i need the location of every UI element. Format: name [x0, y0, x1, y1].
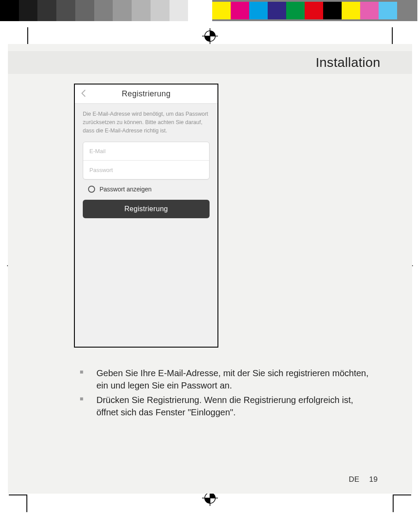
page-title: Installation	[316, 55, 380, 70]
manual-page: Installation Registrierung Die E-Mail-Ad…	[8, 44, 412, 494]
crop-mark-icon	[393, 495, 394, 512]
show-password-toggle[interactable]: Passwort anzeigen	[88, 186, 208, 193]
password-field[interactable]: Passwort	[83, 161, 209, 179]
crop-mark-icon	[392, 27, 403, 44]
back-icon[interactable]	[79, 89, 88, 98]
show-password-label: Passwort anzeigen	[99, 186, 151, 193]
app-description-text: Die E-Mail-Adresse wird benötigt, um das…	[83, 110, 210, 135]
app-topbar: Registrierung	[75, 84, 217, 104]
footer-language: DE	[349, 475, 359, 484]
registration-mark-icon	[201, 27, 219, 45]
list-item: Drücken Sie Registrierung. Wenn die Regi…	[75, 394, 373, 419]
crop-mark-icon	[17, 27, 28, 44]
input-card: E-Mail Passwort	[83, 142, 210, 180]
page-footer: DE 19	[349, 475, 378, 484]
email-field[interactable]: E-Mail	[83, 142, 209, 161]
app-screenshot: Registrierung Die E-Mail-Adresse wird be…	[74, 84, 218, 348]
email-placeholder: E-Mail	[89, 148, 106, 154]
register-button[interactable]: Registrierung	[83, 200, 210, 218]
crop-mark-icon	[393, 495, 411, 495]
crop-mark-icon	[9, 495, 27, 495]
register-button-label: Registrierung	[124, 205, 168, 213]
footer-page-number: 19	[369, 475, 378, 484]
page-header-band: Installation	[8, 51, 412, 74]
list-item: Geben Sie Ihre E-Mail-Adresse, mit der S…	[75, 367, 373, 392]
app-screen-title: Registrierung	[122, 89, 171, 99]
instruction-list: Geben Sie Ihre E-Mail-Adresse, mit der S…	[58, 367, 373, 421]
radio-icon	[88, 186, 95, 193]
password-placeholder: Passwort	[89, 167, 113, 173]
print-color-bars	[0, 0, 420, 21]
crop-mark-icon	[26, 495, 27, 512]
